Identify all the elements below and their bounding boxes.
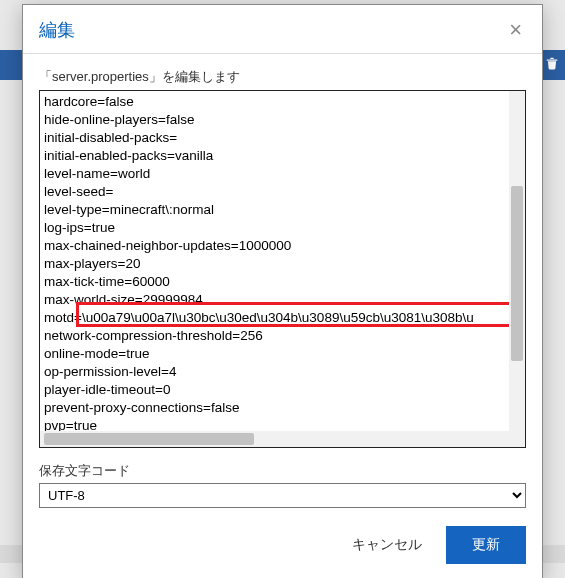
close-button[interactable]: × xyxy=(505,17,526,43)
scrollbar-corner xyxy=(509,431,525,447)
editor-line: level-type=minecraft\:normal xyxy=(44,201,505,219)
file-editor[interactable]: hardcore=falsehide-online-players=falsei… xyxy=(39,90,526,448)
editor-line: max-tick-time=60000 xyxy=(44,273,505,291)
scrollbar-horizontal[interactable] xyxy=(40,431,509,447)
editor-line: hardcore=false xyxy=(44,93,505,111)
editor-line: level-name=world xyxy=(44,165,505,183)
encoding-select[interactable]: UTF-8 xyxy=(39,483,526,508)
editor-line: player-idle-timeout=0 xyxy=(44,381,505,399)
scrollbar-vertical[interactable] xyxy=(509,91,525,431)
submit-button[interactable]: 更新 xyxy=(446,526,526,564)
editor-line: network-compression-threshold=256 xyxy=(44,327,505,345)
edit-modal: 編集 × 「server.properties」を編集します hardcore=… xyxy=(22,4,543,578)
editor-line: pvp=true xyxy=(44,417,505,431)
editor-line: motd=\u00a79\u00a7l\u30bc\u30ed\u304b\u3… xyxy=(44,309,505,327)
close-icon: × xyxy=(509,17,522,42)
scrollbar-thumb[interactable] xyxy=(44,433,254,445)
editor-line: max-players=20 xyxy=(44,255,505,273)
editor-line: op-permission-level=4 xyxy=(44,363,505,381)
editor-line: online-mode=true xyxy=(44,345,505,363)
editor-line: initial-enabled-packs=vanilla xyxy=(44,147,505,165)
modal-header: 編集 × xyxy=(23,5,542,54)
editor-line: level-seed= xyxy=(44,183,505,201)
editor-line: max-chained-neighbor-updates=1000000 xyxy=(44,237,505,255)
editor-description: 「server.properties」を編集します xyxy=(39,68,526,86)
editor-line: max-world-size=29999984 xyxy=(44,291,505,309)
editor-line: prevent-proxy-connections=false xyxy=(44,399,505,417)
editor-line: hide-online-players=false xyxy=(44,111,505,129)
modal-body: 「server.properties」を編集します hardcore=false… xyxy=(23,54,542,516)
editor-line: log-ips=true xyxy=(44,219,505,237)
editor-line: initial-disabled-packs= xyxy=(44,129,505,147)
modal-footer: キャンセル 更新 xyxy=(23,516,542,578)
encoding-label: 保存文字コード xyxy=(39,462,526,480)
cancel-button[interactable]: キャンセル xyxy=(346,528,428,562)
scrollbar-thumb[interactable] xyxy=(511,186,523,361)
trash-icon xyxy=(545,56,559,73)
modal-title: 編集 xyxy=(39,18,75,42)
